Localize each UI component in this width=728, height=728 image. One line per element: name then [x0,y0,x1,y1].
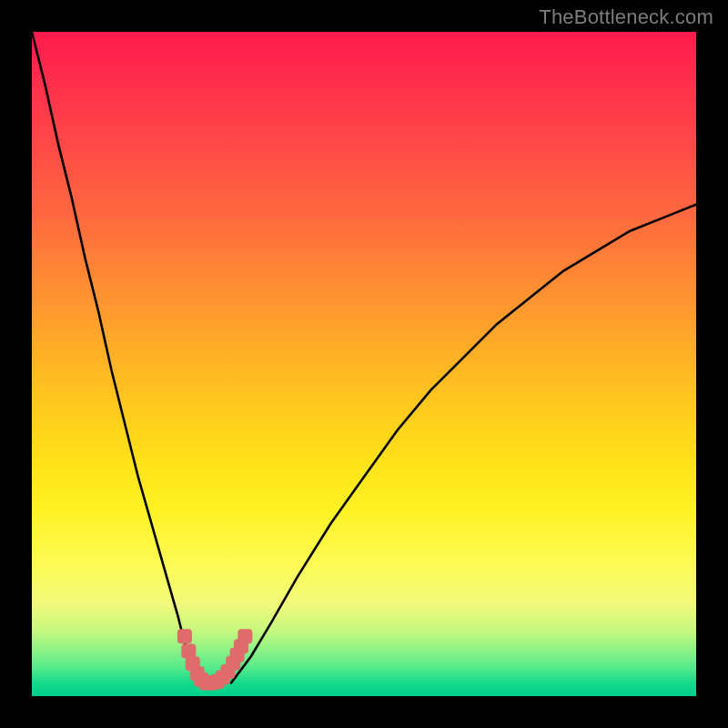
chart-svg [32,32,696,696]
left-branch-path [32,32,198,682]
minimum-marker-point [177,629,192,643]
minimum-marker-group [177,629,252,690]
plot-area [32,32,696,696]
watermark-text: TheBottleneck.com [539,5,713,29]
curve-group [32,32,696,690]
minimum-marker-point [238,629,252,643]
right-branch-path [231,205,696,683]
minimum-marker-point [181,643,196,658]
chart-frame: TheBottleneck.com [0,0,728,728]
